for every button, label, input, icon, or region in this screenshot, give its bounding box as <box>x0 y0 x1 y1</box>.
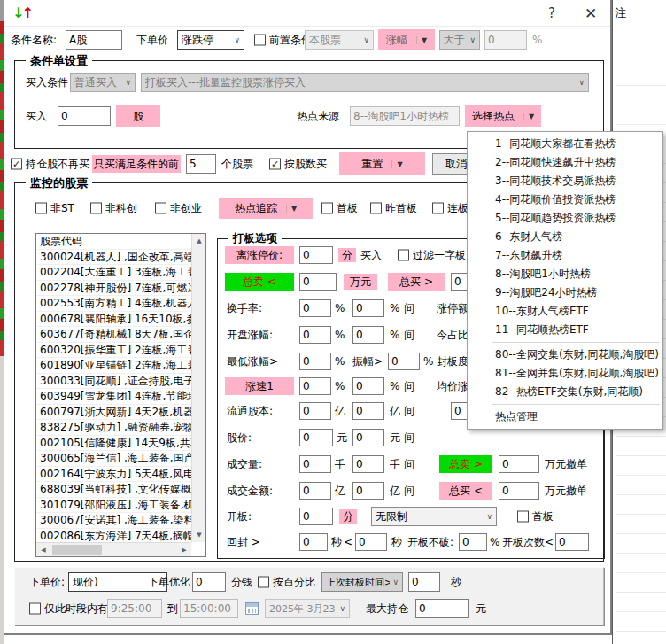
amount-min-input[interactable] <box>299 482 331 500</box>
total-sell-lt-button[interactable]: 总卖 < <box>225 273 294 291</box>
precondition-checkbox[interactable]: 前置条件 <box>254 33 312 48</box>
help-button[interactable]: ? <box>538 3 565 24</box>
menu-item[interactable]: 5--同花顺趋势投资派热榜 <box>468 209 662 228</box>
list-item[interactable]: 002553[南方精工] 4连板,机器人概念 <box>36 296 191 312</box>
change-rate-button[interactable]: 涨幅▼ <box>378 29 435 50</box>
menu-item[interactable]: 10--东财人气榜ETF <box>468 302 662 321</box>
price-min-input[interactable] <box>299 429 333 446</box>
list-item[interactable]: 002086[东方海洋] 7天4板,摘帽,幽门 <box>36 529 191 543</box>
condition-name-input[interactable] <box>66 30 122 50</box>
share-unit-button[interactable]: 股 <box>116 105 160 127</box>
seal-time-input[interactable] <box>408 572 440 592</box>
menu-item[interactable]: 8--淘股吧1小时热榜 <box>468 265 662 283</box>
first-board-checkbox[interactable]: 首板 <box>517 509 554 524</box>
open-count-input[interactable] <box>555 533 589 551</box>
menu-item[interactable]: 11--同花顺热榜ETF <box>468 321 662 339</box>
menu-item[interactable]: 4--同花顺价值投资派热榜 <box>468 190 662 209</box>
open-board-input[interactable] <box>299 508 333 525</box>
reset-button[interactable]: 重置▼ <box>339 152 425 175</box>
time-range-checkbox[interactable]: 仅此时段内有效 <box>29 601 119 617</box>
volume-max-input[interactable] <box>352 455 384 473</box>
price-max-input[interactable] <box>352 429 384 446</box>
by-shares-checkbox[interactable]: ✓ 按股数买 <box>269 157 327 172</box>
filter-first-board-checkbox[interactable]: 首板 <box>321 201 358 216</box>
list-item[interactable]: 002164[宁波东力] 5天4板,风电,高铁 <box>36 467 191 483</box>
menu-item[interactable]: 热点管理 <box>468 407 662 426</box>
filter-one-word-checkbox[interactable]: 过滤一字板 <box>398 248 466 263</box>
menu-item[interactable]: 6--东财人气榜 <box>468 228 662 246</box>
total-buy-lt-button[interactable]: 总买 < <box>439 482 492 500</box>
list-item[interactable]: 000678[襄阳轴承] 16天10板,参股银 <box>36 312 191 328</box>
menu-item[interactable]: 80--全网交集(东财,同花顺,淘股吧) <box>468 345 662 364</box>
list-item[interactable]: 300024[机器人] ,国企改革,高端装备 <box>36 250 191 266</box>
list-item[interactable]: 股票代码 <box>36 234 191 250</box>
list-item[interactable]: 002105[信隆健康] 14天9板,共享单车 <box>36 436 191 452</box>
filter-yesterday-first-checkbox[interactable]: 昨首板 <box>370 201 417 216</box>
no-break-input[interactable] <box>459 533 487 551</box>
menu-item[interactable]: 82--热榜ETF交集(东财,同花顺) <box>468 383 662 401</box>
scroll-down-icon[interactable]: ▼ <box>192 528 206 542</box>
volume-min-input[interactable] <box>299 455 331 473</box>
menu-item[interactable] <box>492 342 660 343</box>
list-item[interactable]: 301079[邵阳液压] ,海工装备,机器人 <box>36 498 191 514</box>
order-price-select[interactable]: 涨跌停∨ <box>177 30 244 50</box>
menu-item[interactable]: 2--同花顺快速飙升中热榜 <box>468 153 662 172</box>
list-item[interactable]: 688039[当虹科技] ,文化传媒概念,融 <box>36 482 191 498</box>
select-hotspot-button[interactable]: 选择热点▼ <box>465 105 541 127</box>
list-item[interactable]: 300033[同花顺] ,证金持股,电子商务 <box>36 374 191 390</box>
calendar-icon[interactable] <box>245 602 259 615</box>
total-sell-gt-button[interactable]: 总卖 > <box>439 455 492 473</box>
buy-qty-input[interactable] <box>58 106 111 126</box>
menu-item[interactable]: 81--全网并集(东财,同花顺,淘股吧) <box>468 364 662 383</box>
scroll-up-icon[interactable]: ▲ <box>192 234 206 248</box>
menu-item[interactable]: 3--同花顺技术交易派热榜 <box>468 172 662 190</box>
titlebar[interactable]: ↓↑ ? ✕ <box>4 0 610 27</box>
total-buy-gt-button[interactable]: 总买 > <box>388 273 445 291</box>
by-percent-checkbox[interactable]: 按百分比 <box>258 575 315 590</box>
list-item[interactable]: 603677[奇精机械] 8天7板,国企改革 <box>36 327 191 343</box>
list-item[interactable]: 600797[浙大网新] 4天2板,机器人概 <box>36 405 191 421</box>
list-item[interactable]: 002278[神开股份] 7连板,可燃冰,海 <box>36 281 191 297</box>
list-item[interactable]: 603949[雪龙集团] 4连板,节能环保, <box>36 389 191 405</box>
total-sell-input[interactable] <box>299 273 337 291</box>
list-item[interactable]: 002204[大连重工] 3连板,海工装备, <box>36 265 191 281</box>
vertical-scrollbar[interactable]: ▲ ▼ <box>191 234 205 542</box>
hot-track-button[interactable]: 热点追踪▼ <box>219 198 313 219</box>
menu-item[interactable] <box>492 404 660 405</box>
turnover-max-input[interactable] <box>352 299 384 317</box>
amount-max-input[interactable] <box>352 482 384 500</box>
menu-item[interactable]: 7--东财飙升榜 <box>468 246 662 265</box>
list-item[interactable]: 600320[振华重工] 2连板,海工装备, <box>36 343 191 359</box>
open-change-max-input[interactable] <box>352 326 384 344</box>
amplitude-input[interactable] <box>388 353 420 370</box>
open-change-min-input[interactable] <box>299 326 331 344</box>
scroll-left-icon[interactable]: ◀ <box>36 543 50 557</box>
speed-min-input[interactable] <box>299 377 331 395</box>
close-button[interactable]: ✕ <box>577 3 604 24</box>
reseal-min-input[interactable] <box>299 533 328 551</box>
hold-no-rebuy-checkbox[interactable]: ✓ 持仓股不再买 <box>11 157 89 172</box>
buy-cancel-input[interactable] <box>499 482 539 500</box>
sell-cancel-input[interactable] <box>499 455 539 473</box>
seal-time-select[interactable]: 上次封板时间>∨ <box>321 572 403 592</box>
no-limit-select[interactable]: 无限制∨ <box>371 507 497 526</box>
filter-nonst-checkbox[interactable]: 非ST <box>35 201 74 216</box>
filter-nonkc-checkbox[interactable]: 非科创 <box>90 201 137 216</box>
menu-item[interactable]: 1--同花顺大家都在看热榜 <box>468 135 662 153</box>
float-max-input[interactable] <box>352 402 384 420</box>
list-item[interactable]: 838275[驱动力] ,融资融券,宠物经济 <box>36 420 191 436</box>
max-position-input[interactable] <box>415 599 469 618</box>
reseal-max-input[interactable] <box>355 533 387 551</box>
float-min-input[interactable] <box>299 402 331 420</box>
min-change-input[interactable] <box>299 353 331 370</box>
filter-noncy-checkbox[interactable]: 非创业 <box>155 201 202 216</box>
scrollbar-thumb[interactable] <box>52 545 102 555</box>
stock-list[interactable]: 股票代码300024[机器人] ,国企改革,高端装备002204[大连重工] 3… <box>35 233 206 557</box>
limit-distance-input[interactable] <box>299 246 333 264</box>
list-item[interactable]: 601890[亚星锚链] 2连板,海工装备, <box>36 358 191 374</box>
list-item[interactable]: 300065[海兰信] ,海工装备,国产航母 <box>36 451 191 467</box>
turnover-min-input[interactable] <box>299 299 331 317</box>
first-n-input[interactable] <box>186 154 216 174</box>
filter-consecutive-checkbox[interactable]: 连板 <box>432 201 469 216</box>
scroll-right-icon[interactable]: ▶ <box>177 543 191 557</box>
